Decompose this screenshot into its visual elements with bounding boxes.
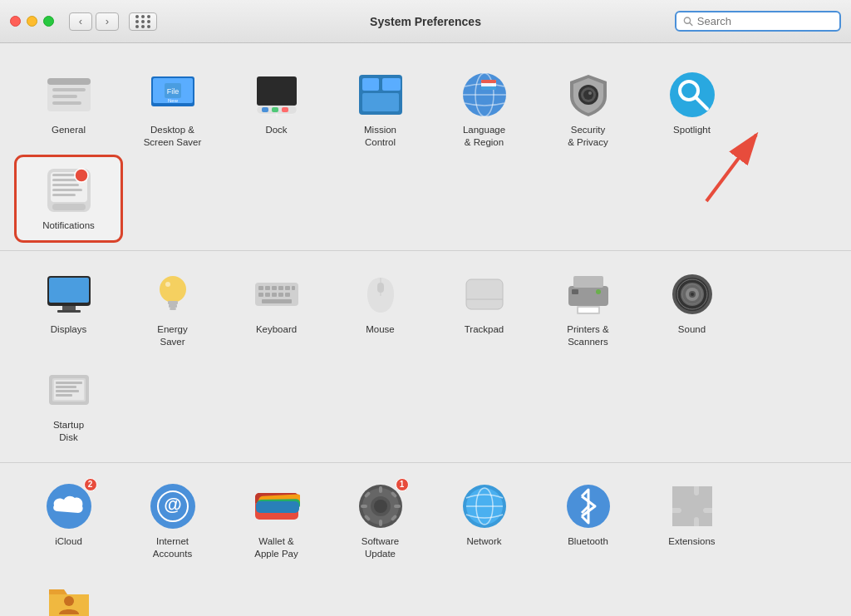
maximize-button[interactable]: [43, 16, 54, 27]
svg-rect-42: [52, 194, 76, 196]
dock-label: Dock: [265, 124, 287, 136]
internet-accounts-label: InternetAccounts: [153, 535, 192, 560]
pref-startup-disk[interactable]: StartupDisk: [17, 357, 121, 452]
search-box[interactable]: [675, 11, 841, 32]
spotlight-icon: [667, 70, 717, 120]
svg-rect-106: [361, 505, 367, 508]
startup-disk-icon: [44, 365, 94, 415]
svg-rect-60: [292, 286, 295, 290]
svg-rect-57: [272, 286, 277, 290]
pref-network[interactable]: Network: [432, 473, 536, 569]
wallet-applepay-icon: [252, 481, 302, 531]
pref-internet-accounts[interactable]: @ InternetAccounts: [121, 473, 224, 569]
pref-desktop-screensaver[interactable]: File New Desktop &Screen Saver: [121, 62, 224, 157]
general-label: General: [52, 124, 86, 136]
svg-rect-40: [52, 184, 79, 186]
svg-rect-61: [258, 293, 263, 297]
svg-rect-59: [285, 286, 290, 290]
sound-label: Sound: [678, 323, 706, 336]
pref-mouse[interactable]: Mouse: [328, 261, 432, 357]
language-region-icon: [460, 70, 509, 120]
pref-bluetooth[interactable]: Bluetooth: [536, 473, 640, 569]
printers-scanners-icon: [563, 269, 613, 319]
notifications-label: Notifications: [42, 219, 95, 232]
minimize-button[interactable]: [27, 16, 37, 27]
forward-button[interactable]: ›: [96, 12, 119, 31]
language-region-label: Language& Region: [463, 124, 505, 149]
displays-icon: [44, 269, 94, 319]
security-privacy-label: Security& Privacy: [568, 124, 608, 149]
svg-rect-41: [52, 189, 82, 191]
svg-rect-68: [377, 283, 384, 293]
svg-rect-62: [265, 293, 270, 297]
close-button[interactable]: [10, 16, 21, 27]
pref-sound[interactable]: Sound: [640, 261, 744, 357]
mouse-icon: [356, 269, 406, 319]
svg-rect-22: [362, 93, 399, 111]
keyboard-icon: [252, 269, 302, 319]
svg-rect-104: [379, 486, 382, 493]
svg-point-53: [165, 282, 170, 287]
svg-rect-89: [56, 386, 76, 388]
printers-scanners-label: Printers &Scanners: [567, 323, 609, 348]
svg-rect-65: [285, 293, 290, 297]
titlebar: ‹ › System Preferences: [0, 0, 851, 43]
pref-extensions[interactable]: Extensions: [640, 473, 744, 569]
pref-language-region[interactable]: Language& Region: [432, 62, 536, 157]
keyboard-label: Keyboard: [256, 323, 297, 336]
pref-general[interactable]: General: [17, 62, 121, 157]
svg-point-113: [374, 500, 387, 513]
bluetooth-icon: [563, 481, 613, 531]
svg-rect-47: [62, 306, 76, 310]
svg-rect-3: [47, 78, 91, 85]
svg-rect-48: [57, 310, 81, 313]
dock-icon: [252, 70, 302, 120]
pref-wallet-applepay[interactable]: Wallet &Apple Pay: [224, 473, 328, 569]
energy-saver-icon: [148, 269, 198, 319]
software-update-icon: 1: [356, 481, 406, 531]
svg-text:New: New: [167, 98, 178, 103]
network-icon: [460, 481, 509, 531]
pref-sharing[interactable]: Sharing: [17, 568, 121, 616]
mission-control-label: MissionControl: [364, 124, 396, 149]
icloud-badge: 2: [84, 478, 97, 491]
trackpad-label: Trackpad: [465, 323, 504, 336]
svg-point-76: [596, 289, 601, 294]
svg-text:@: @: [164, 494, 181, 515]
svg-rect-27: [481, 80, 496, 83]
svg-rect-56: [265, 286, 270, 290]
pref-displays[interactable]: Displays: [17, 261, 121, 357]
app-window: ‹ › System Preferences: [0, 0, 851, 616]
pref-energy-saver[interactable]: EnergySaver: [121, 261, 224, 357]
pref-software-update[interactable]: 1 SoftwareUpdate: [328, 473, 432, 569]
grid-view-button[interactable]: [129, 12, 157, 31]
search-input[interactable]: [697, 15, 833, 27]
svg-rect-15: [272, 107, 278, 112]
svg-point-0: [684, 17, 690, 23]
svg-point-31: [583, 90, 593, 100]
pref-keyboard[interactable]: Keyboard: [224, 261, 328, 357]
pref-printers-scanners[interactable]: Printers &Scanners: [536, 261, 640, 357]
pref-mission-control[interactable]: MissionControl: [328, 62, 432, 157]
pref-notifications[interactable]: Notifications: [17, 157, 121, 240]
back-button[interactable]: ‹: [69, 12, 92, 31]
svg-rect-43: [52, 204, 86, 210]
pref-icloud[interactable]: 2 iCloud: [17, 473, 121, 569]
pref-spotlight[interactable]: Spotlight: [640, 62, 744, 157]
pref-dock[interactable]: Dock: [224, 62, 328, 157]
section-internet: 2 iCloud @ InternetAccounts: [0, 463, 851, 616]
pref-trackpad[interactable]: Trackpad: [432, 261, 536, 357]
trackpad-icon: [460, 269, 509, 319]
nav-buttons: ‹ ›: [69, 12, 119, 31]
section-hardware: Displays EnergySaver: [0, 251, 851, 463]
svg-rect-12: [257, 76, 297, 106]
search-icon: [683, 16, 693, 27]
svg-rect-38: [52, 174, 77, 176]
pref-security-privacy[interactable]: Security& Privacy: [536, 62, 640, 157]
svg-rect-46: [49, 278, 89, 303]
extensions-label: Extensions: [668, 535, 715, 548]
sharing-icon: [44, 576, 94, 616]
svg-rect-52: [170, 308, 176, 310]
svg-rect-58: [278, 286, 283, 290]
bluetooth-label: Bluetooth: [568, 535, 608, 548]
